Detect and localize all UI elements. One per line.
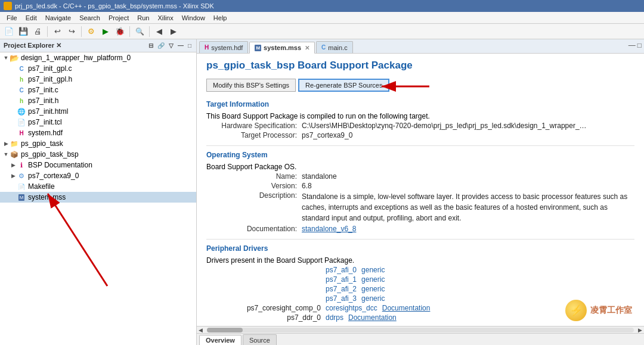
- tab-close-mss[interactable]: ✕: [305, 45, 309, 51]
- driver-type-afi2: generic: [361, 285, 385, 293]
- tree-item-system-hdf[interactable]: H system.hdf: [0, 128, 196, 138]
- toolbar-btn-run[interactable]: ▶: [99, 26, 112, 38]
- os-version-value: 6.8: [302, 182, 634, 190]
- tab-max-btn[interactable]: □: [637, 41, 642, 49]
- tree-item-gpl-h[interactable]: h ps7_init_gpl.h: [0, 74, 196, 85]
- menu-item-search[interactable]: Search: [75, 13, 104, 23]
- tab-hdf-icon: H: [205, 44, 209, 51]
- drivers-intro-text: Drivers present in the Board Support Pac…: [206, 256, 354, 265]
- mss-icon: M: [17, 192, 26, 202]
- tree-item-gpl-c[interactable]: C ps7_init_gpl.c: [0, 63, 196, 74]
- title-bar: prj_ps_led.sdk - C/C++ - ps_gpio_task_bs…: [0, 0, 644, 12]
- toolbar-btn-save[interactable]: 💾: [17, 26, 30, 38]
- main-layout: Project Explorer ✕ ⊟ 🔗 ▽ — □ ▼ 📂 design_…: [0, 39, 644, 345]
- toolbar-btn-debug[interactable]: 🐞: [113, 26, 126, 38]
- tab-system-mss[interactable]: M system.mss ✕: [249, 42, 315, 54]
- scrollbar-thumb[interactable]: [207, 328, 243, 332]
- tab-main-c[interactable]: C main.c: [316, 41, 353, 53]
- divider-1: [206, 145, 634, 146]
- driver-name-afi1: ps7_afi_1: [326, 275, 357, 284]
- link-editor-btn[interactable]: 🔗: [156, 42, 166, 49]
- tree-label-cortexa9: ps7_cortexa9_0: [28, 172, 79, 180]
- spacer: [10, 184, 17, 189]
- toolbar-sep-3: [129, 26, 130, 37]
- driver-row-afi2: ps7_afi_2 generic: [206, 285, 634, 293]
- modify-bsp-button[interactable]: Modify this BSP's Settings: [206, 79, 296, 92]
- scroll-right-arrow[interactable]: ▶: [636, 327, 644, 333]
- tree-item-init-html[interactable]: 🌐 ps7_init.html: [0, 106, 196, 117]
- driver-doc-ddr[interactable]: Documentation: [348, 313, 397, 322]
- os-info-table: Name: standalone Version: 6.8 Descriptio…: [206, 172, 634, 233]
- target-proc-value: ps7_cortexa9_0: [302, 131, 634, 139]
- c-file-icon-2: C: [17, 85, 26, 95]
- menu-item-xilinx[interactable]: Xilinx: [153, 13, 177, 23]
- os-doc-link[interactable]: standalone_v6_8: [302, 225, 634, 233]
- tree-item-hw-platform[interactable]: ▼ 📂 design_1_wrapper_hw_platform_0: [0, 52, 196, 63]
- bottom-tab-overview[interactable]: Overview: [199, 335, 242, 345]
- explorer-header: Project Explorer ✕ ⊟ 🔗 ▽ — □: [0, 39, 196, 52]
- make-icon: 📄: [17, 182, 26, 191]
- tree-item-bsp[interactable]: ▼ 📦 ps_gpio_task_bsp: [0, 149, 196, 160]
- folder-open-icon: 📂: [10, 53, 19, 63]
- tree-item-system-mss[interactable]: M system.mss: [0, 192, 196, 203]
- tree-item-makefile[interactable]: 📄 Makefile: [0, 181, 196, 192]
- target-desc-row: This Board Support Package is compiled t…: [206, 112, 634, 120]
- toolbar-btn-redo[interactable]: ↪: [65, 26, 78, 38]
- tab-min-btn[interactable]: —: [628, 41, 636, 49]
- menu-item-project[interactable]: Project: [104, 13, 133, 23]
- toolbar-sep-4: [149, 26, 150, 37]
- tree-label-init-c: ps7_init.c: [28, 86, 58, 94]
- explorer-menu-btn[interactable]: ▽: [168, 42, 175, 49]
- tree-item-bsp-doc[interactable]: ▶ ℹ BSP Documentation: [0, 160, 196, 170]
- toolbar-btn-undo[interactable]: ↩: [51, 26, 64, 38]
- toolbar-btn-build[interactable]: ⚙: [85, 26, 98, 38]
- scrollbar-track[interactable]: [207, 328, 634, 332]
- toolbar-btn-print[interactable]: 🖨: [31, 26, 44, 38]
- divider-2: [206, 239, 634, 240]
- tree-item-init-tcl[interactable]: 📄 ps7_init.tcl: [0, 117, 196, 128]
- app-icon: [4, 2, 12, 10]
- driver-name-afi3: ps7_afi_3: [326, 294, 357, 303]
- menu-item-window[interactable]: Window: [178, 13, 209, 23]
- toolbar: 📄 💾 🖨 ↩ ↪ ⚙ ▶ 🐞 🔍 ◀ ▶: [0, 24, 644, 39]
- toggle-icon-task: ▶: [2, 141, 10, 147]
- scroll-left-arrow[interactable]: ◀: [197, 327, 205, 333]
- menu-item-edit[interactable]: Edit: [21, 13, 41, 23]
- collapse-all-btn[interactable]: ⊟: [147, 42, 154, 49]
- menu-item-file[interactable]: File: [2, 13, 21, 23]
- explorer-min-btn[interactable]: —: [177, 42, 185, 49]
- target-proc-row: Target Processor: ps7_cortexa9_0: [206, 131, 634, 139]
- toolbar-btn-forward[interactable]: ▶: [167, 26, 180, 38]
- toolbar-btn-new[interactable]: 📄: [2, 26, 16, 38]
- window-title: prj_ps_led.sdk - C/C++ - ps_gpio_task_bs…: [15, 2, 214, 10]
- watermark-text: 凌霄工作室: [590, 305, 632, 316]
- regenerate-bsp-button[interactable]: Re-generate BSP Sources: [298, 79, 389, 92]
- tree-item-cortexa9[interactable]: ▶ ⚙ ps7_cortexa9_0: [0, 170, 196, 181]
- tree-item-gpio-task[interactable]: ▶ 📁 ps_gpio_task: [0, 138, 196, 149]
- explorer-title: Project Explorer ✕: [4, 42, 61, 49]
- os-version-label: Version:: [206, 182, 302, 190]
- tab-label-hdf: system.hdf: [211, 44, 243, 51]
- toggle-icon: ▼: [2, 55, 10, 61]
- spacer: [10, 119, 17, 125]
- bottom-tab-source[interactable]: Source: [243, 334, 277, 345]
- horizontal-scrollbar[interactable]: ◀ ▶: [197, 326, 644, 333]
- globe-icon: 🌐: [17, 107, 26, 116]
- menu-bar: FileEditNavigateSearchProjectRunXilinxWi…: [0, 12, 644, 24]
- os-doc-row: Documentation: standalone_v6_8: [206, 225, 634, 233]
- tree-item-init-h[interactable]: h ps7_init.h: [0, 95, 196, 106]
- explorer-max-btn[interactable]: □: [187, 42, 193, 49]
- toolbar-btn-search[interactable]: 🔍: [133, 26, 146, 38]
- toolbar-btn-back[interactable]: ◀: [153, 26, 166, 38]
- tab-system-hdf[interactable]: H system.hdf: [199, 41, 248, 53]
- tree-item-init-c[interactable]: C ps7_init.c: [0, 85, 196, 95]
- menu-item-run[interactable]: Run: [133, 13, 153, 23]
- menu-item-navigate[interactable]: Navigate: [41, 13, 75, 23]
- editor-content: ps_gpio_task_bsp Board Support Package M…: [197, 54, 644, 333]
- spacer: [10, 87, 17, 93]
- task-icon: 📁: [10, 139, 19, 148]
- menu-item-help[interactable]: Help: [209, 13, 231, 23]
- driver-doc-coresight[interactable]: Documentation: [382, 304, 431, 312]
- driver-name-afi2: ps7_afi_2: [326, 285, 357, 293]
- bsp-action-buttons: Modify this BSP's Settings Re-generate B…: [206, 79, 634, 92]
